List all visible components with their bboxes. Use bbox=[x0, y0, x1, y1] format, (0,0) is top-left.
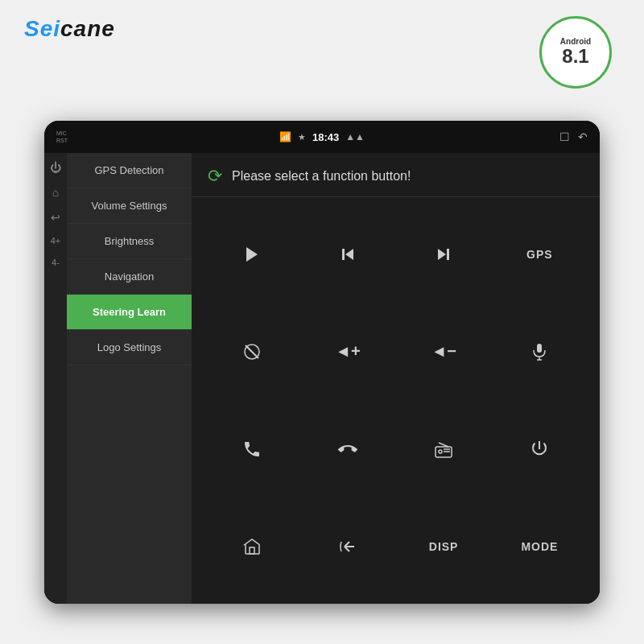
svg-marker-1 bbox=[345, 249, 353, 260]
call-end-btn[interactable] bbox=[303, 404, 392, 495]
svg-rect-7 bbox=[537, 344, 542, 353]
skip-back-icon bbox=[338, 245, 357, 264]
radio-icon bbox=[434, 440, 453, 459]
gps-btn[interactable]: GPS bbox=[495, 208, 584, 299]
svg-rect-4 bbox=[447, 249, 449, 260]
no-mic-btn[interactable] bbox=[207, 306, 296, 397]
back-nav-icon: ↶ bbox=[578, 130, 588, 143]
content-header: ⟳ Please select a function button! bbox=[192, 153, 600, 197]
chevron-up-icon: ▲▲ bbox=[345, 131, 365, 142]
skip-back-btn[interactable] bbox=[303, 208, 392, 299]
svg-marker-0 bbox=[246, 247, 258, 262]
android-version: 8.1 bbox=[562, 46, 588, 67]
play-btn[interactable] bbox=[207, 208, 296, 299]
disp-btn[interactable]: DISP bbox=[399, 502, 489, 592]
back-btn[interactable] bbox=[303, 502, 392, 592]
bluetooth-icon: ★ bbox=[298, 132, 306, 142]
rst-label: RST bbox=[56, 138, 68, 143]
svg-line-6 bbox=[246, 345, 258, 358]
recent-apps-icon: ☐ bbox=[559, 130, 570, 143]
mute-icon bbox=[242, 342, 262, 361]
top-bar-right: ☐ ↶ bbox=[559, 130, 588, 143]
back-side-btn[interactable]: ↩ bbox=[51, 211, 60, 224]
menu-item-gps-detection[interactable]: GPS Detection bbox=[67, 153, 192, 188]
menu-item-volume-settings[interactable]: Volume Settings bbox=[67, 188, 192, 224]
power-icon bbox=[530, 440, 549, 459]
home-btn[interactable] bbox=[207, 502, 296, 592]
microphone-btn[interactable] bbox=[495, 306, 584, 397]
vol-up-btn[interactable]: ◄+ bbox=[303, 306, 392, 397]
microphone-icon bbox=[530, 342, 549, 361]
phone-icon bbox=[242, 440, 262, 459]
skip-forward-btn[interactable] bbox=[399, 208, 489, 299]
top-area: Seicane Android 8.1 bbox=[0, 0, 644, 129]
android-badge: Android 8.1 bbox=[539, 16, 612, 89]
refresh-icon: ⟳ bbox=[208, 166, 222, 187]
phone-btn[interactable] bbox=[207, 404, 296, 495]
mic-label: MIC bbox=[56, 130, 68, 136]
wifi-icon: 📶 bbox=[279, 131, 291, 142]
brand-prefix: Sei bbox=[24, 16, 60, 41]
device-body: ⏻ ⌂ ↩ 4+ 4- GPS Detection Volume Setting… bbox=[44, 153, 600, 604]
brand-suffix: cane bbox=[60, 16, 115, 41]
content-header-title: Please select a function button! bbox=[232, 169, 411, 184]
vol-down-btn[interactable]: ◄− bbox=[399, 306, 489, 397]
svg-rect-2 bbox=[342, 249, 345, 260]
skip-forward-icon bbox=[434, 245, 453, 264]
back-icon bbox=[338, 537, 357, 556]
left-panel: GPS Detection Volume Settings Brightness… bbox=[67, 153, 192, 604]
svg-point-11 bbox=[439, 450, 442, 453]
device-top-bar: MIC RST 📶 ★ 18:43 ▲▲ ☐ ↶ bbox=[44, 121, 600, 153]
top-bar-center: 📶 ★ 18:43 ▲▲ bbox=[279, 131, 365, 143]
right-panel: ⟳ Please select a function button! bbox=[192, 153, 600, 604]
mode-btn[interactable]: MODE bbox=[495, 502, 584, 592]
svg-marker-3 bbox=[438, 249, 446, 260]
menu-item-navigation[interactable]: Navigation bbox=[67, 259, 192, 295]
side-buttons: ⏻ ⌂ ↩ 4+ 4- bbox=[44, 153, 67, 604]
play-icon bbox=[242, 245, 262, 264]
home-icon bbox=[242, 537, 262, 556]
menu-item-steering-learn[interactable]: Steering Learn bbox=[67, 295, 192, 330]
menu-item-logo-settings[interactable]: Logo Settings bbox=[67, 330, 192, 365]
screen: GPS Detection Volume Settings Brightness… bbox=[67, 153, 600, 604]
power-btn[interactable] bbox=[495, 404, 584, 495]
svg-rect-15 bbox=[250, 547, 254, 554]
brand-logo: Seicane bbox=[24, 16, 115, 42]
home-side-btn[interactable]: ⌂ bbox=[52, 186, 59, 199]
power-side-btn[interactable]: ⏻ bbox=[50, 161, 61, 174]
vol-down-side-btn[interactable]: 4- bbox=[52, 258, 60, 267]
top-bar-left: MIC RST bbox=[56, 130, 68, 143]
device-shell: MIC RST 📶 ★ 18:43 ▲▲ ☐ ↶ ⏻ ⌂ ↩ 4+ 4- bbox=[44, 121, 600, 604]
screen-inner: GPS Detection Volume Settings Brightness… bbox=[67, 153, 600, 604]
radio-btn[interactable] bbox=[399, 404, 489, 495]
call-end-icon bbox=[338, 440, 357, 459]
time-display: 18:43 bbox=[312, 131, 339, 143]
vol-up-side-btn[interactable]: 4+ bbox=[51, 236, 61, 246]
menu-item-brightness[interactable]: Brightness bbox=[67, 224, 192, 259]
button-grid: GPS ◄+ ◄− bbox=[192, 197, 600, 604]
